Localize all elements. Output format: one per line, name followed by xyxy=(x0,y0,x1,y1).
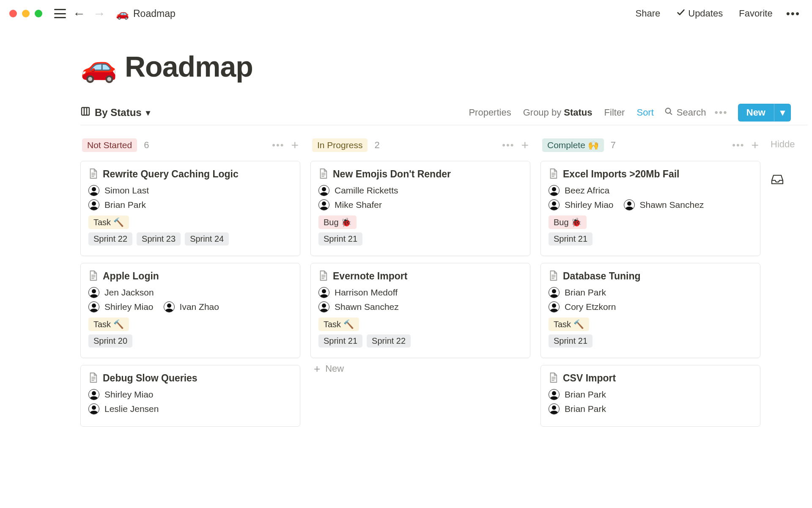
person: Jen Jackson xyxy=(88,287,154,298)
card-title: Apple Login xyxy=(103,270,159,283)
window-zoom-button[interactable] xyxy=(35,10,42,17)
status-pill[interactable]: In Progress xyxy=(312,138,368,152)
window-minimize-button[interactable] xyxy=(22,10,30,17)
board-card[interactable]: Rewrite Query Caching LogicSimon LastBri… xyxy=(80,161,300,256)
people-row: Brian Park xyxy=(549,389,752,400)
column-add-button[interactable]: + xyxy=(751,139,759,152)
search-icon xyxy=(664,107,673,119)
type-tag: Task 🔨 xyxy=(88,318,129,331)
person: Brian Park xyxy=(549,389,606,400)
page-body: 🚗 Roadmap By Status ▾ Properties Group b… xyxy=(0,27,812,427)
column-cards: Rewrite Query Caching LogicSimon LastBri… xyxy=(80,161,300,427)
svg-rect-0 xyxy=(82,108,89,115)
page-title[interactable]: Roadmap xyxy=(125,50,253,83)
column-add-button[interactable]: + xyxy=(291,139,299,152)
board-column: Complete 🙌7•••+Excel Imports >20Mb FailB… xyxy=(540,136,760,427)
column-more-button[interactable]: ••• xyxy=(272,140,284,151)
person-name: Shawn Sanchez xyxy=(335,302,399,312)
sort-button[interactable]: Sort xyxy=(631,105,659,121)
nav-back-button[interactable]: ← xyxy=(72,6,86,21)
card-title: Evernote Import xyxy=(333,270,407,283)
column-more-button[interactable]: ••• xyxy=(502,140,514,151)
page-more-button[interactable]: ••• xyxy=(784,7,803,20)
board-card[interactable]: CSV ImportBrian ParkBrian Park xyxy=(540,365,760,427)
column-count: 2 xyxy=(374,140,379,151)
person: Simon Last xyxy=(88,185,149,196)
card-title: Excel Imports >20Mb Fail xyxy=(563,168,679,181)
avatar-icon xyxy=(88,403,99,414)
people-row: Cory Etzkorn xyxy=(549,301,752,312)
card-people: Camille RickettsMike Shafer xyxy=(318,185,522,210)
page-icon xyxy=(549,168,558,179)
card-title: Database Tuning xyxy=(563,270,641,283)
column-header: In Progress2•••+ xyxy=(310,136,530,154)
card-people: Shirley MiaoLeslie Jensen xyxy=(88,389,292,414)
person: Shirley Miao xyxy=(549,199,614,210)
page-icon xyxy=(549,270,558,281)
view-selector[interactable]: By Status ▾ xyxy=(80,106,150,119)
breadcrumb[interactable]: 🚗 Roadmap xyxy=(116,8,176,20)
avatar-icon xyxy=(88,287,99,298)
breadcrumb-title: Roadmap xyxy=(133,8,176,19)
people-row: Simon Last xyxy=(88,185,292,196)
updates-button[interactable]: Updates xyxy=(671,5,728,22)
search-button[interactable]: Search xyxy=(660,104,710,121)
person-name: Ivan Zhao xyxy=(180,302,219,312)
column-header: Not Started6•••+ xyxy=(80,136,300,154)
board-card[interactable]: Apple LoginJen JacksonShirley MiaoIvan Z… xyxy=(80,263,300,358)
new-button-dropdown[interactable]: ▾ xyxy=(774,104,791,121)
column-count: 6 xyxy=(144,140,149,151)
hidden-groups-column[interactable]: Hidde xyxy=(771,136,808,427)
titlebar: ← → 🚗 Roadmap Share Updates Favorite ••• xyxy=(0,0,812,27)
column-add-button[interactable]: + xyxy=(521,139,529,152)
person: Brian Park xyxy=(88,199,146,210)
filter-button[interactable]: Filter xyxy=(598,105,631,121)
person-name: Leslie Jensen xyxy=(104,404,159,414)
sprint-tag: Sprint 23 xyxy=(137,232,181,246)
new-button[interactable]: New ▾ xyxy=(738,104,791,121)
person: Mike Shafer xyxy=(318,199,382,210)
inbox-icon[interactable] xyxy=(771,174,808,188)
share-button[interactable]: Share xyxy=(631,6,666,22)
column-more-button[interactable]: ••• xyxy=(732,140,744,151)
add-card-button[interactable]: +New xyxy=(310,358,530,379)
status-pill[interactable]: Not Started xyxy=(82,138,137,152)
avatar-icon xyxy=(549,185,560,196)
person: Camille Ricketts xyxy=(318,185,398,196)
avatar-icon xyxy=(88,389,99,400)
board-card[interactable]: Debug Slow QueriesShirley MiaoLeslie Jen… xyxy=(80,365,300,427)
people-row: Camille Ricketts xyxy=(318,185,522,196)
page-icon xyxy=(318,168,328,179)
person: Harrison Medoff xyxy=(318,287,398,298)
avatar-icon xyxy=(318,185,329,196)
toolbar-more-button[interactable]: ••• xyxy=(710,107,732,119)
sprint-tag: Sprint 21 xyxy=(318,232,362,246)
board-card[interactable]: Evernote ImportHarrison MedoffShawn Sanc… xyxy=(310,263,530,358)
status-pill[interactable]: Complete 🙌 xyxy=(542,138,604,152)
person-name: Mike Shafer xyxy=(335,200,382,210)
nav-forward-button[interactable]: → xyxy=(92,6,107,21)
groupby-button[interactable]: Group by Status xyxy=(517,105,598,121)
page-emoji[interactable]: 🚗 xyxy=(80,52,117,81)
properties-button[interactable]: Properties xyxy=(463,105,517,121)
board-card[interactable]: New Emojis Don't RenderCamille RickettsM… xyxy=(310,161,530,256)
sprint-tag: Sprint 21 xyxy=(318,334,362,348)
page-icon xyxy=(549,372,558,383)
sidebar-toggle-button[interactable] xyxy=(54,9,66,18)
avatar-icon xyxy=(624,199,635,210)
sprint-tag: Sprint 22 xyxy=(367,334,411,348)
person-name: Harrison Medoff xyxy=(335,287,398,298)
new-button-label: New xyxy=(738,104,774,121)
board-card[interactable]: Excel Imports >20Mb FailBeez AfricaShirl… xyxy=(540,161,760,256)
card-people: Brian ParkCory Etzkorn xyxy=(549,287,752,312)
type-tag: Bug 🐞 xyxy=(549,215,587,229)
favorite-button[interactable]: Favorite xyxy=(734,6,777,22)
person-name: Shawn Sanchez xyxy=(640,200,704,210)
window-close-button[interactable] xyxy=(9,10,17,17)
person: Ivan Zhao xyxy=(164,301,219,312)
avatar-icon xyxy=(549,199,560,210)
groupby-value: Status xyxy=(564,107,592,118)
person-name: Beez Africa xyxy=(565,185,609,196)
page-icon xyxy=(318,270,328,281)
board-card[interactable]: Database TuningBrian ParkCory EtzkornTas… xyxy=(540,263,760,358)
